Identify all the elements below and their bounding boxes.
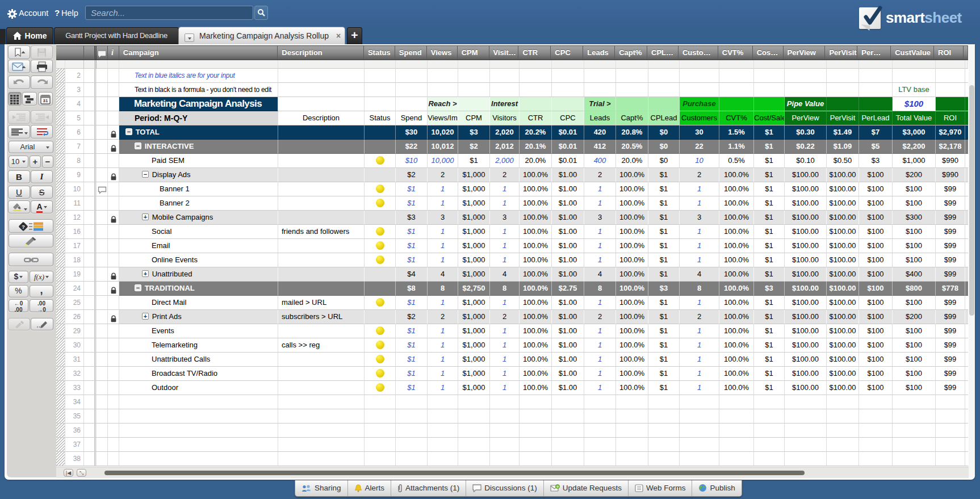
svg-text:31: 31 [43,98,48,103]
svg-text:?: ? [556,485,559,489]
svg-text:?: ? [22,224,25,230]
